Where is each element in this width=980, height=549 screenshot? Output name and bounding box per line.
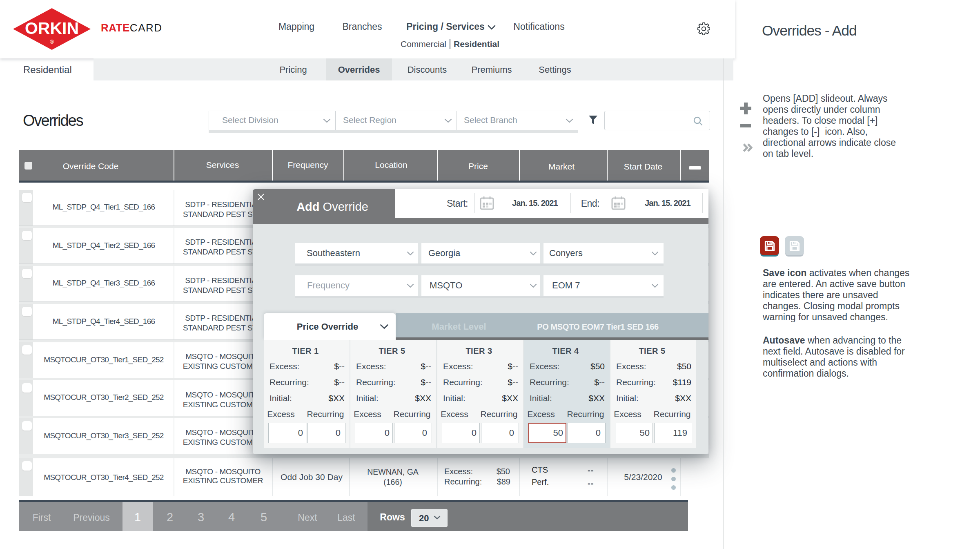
svg-text:®: ® xyxy=(50,39,54,45)
svg-text:ORKIN: ORKIN xyxy=(25,19,79,38)
